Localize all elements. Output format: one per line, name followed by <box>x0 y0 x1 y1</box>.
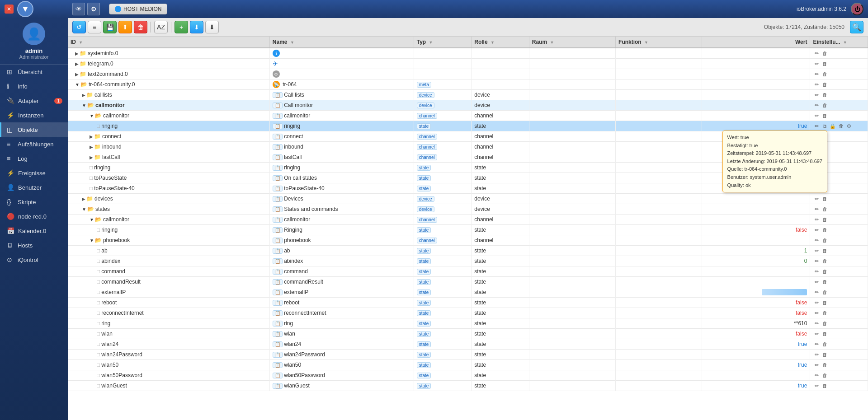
delete-icon[interactable]: 🗑 <box>821 247 828 254</box>
edit-icon[interactable]: ✏ <box>813 205 820 213</box>
edit-icon[interactable]: ✏ <box>813 309 820 317</box>
delete-icon[interactable]: 🗑 <box>821 237 828 244</box>
delete-icon[interactable]: 🗑 <box>821 50 828 57</box>
list-button[interactable]: ≡ <box>88 21 101 33</box>
delete-icon[interactable]: 🗑 <box>821 257 828 265</box>
table-row[interactable]: □ringing 📋 Ringing state state false ✏🗑 <box>68 225 868 235</box>
table-row[interactable]: □externalIP 📋 externalIP state state ✏🗑 <box>68 287 868 298</box>
delete-icon[interactable]: 🗑 <box>821 309 828 317</box>
table-row[interactable]: □wlan50Password 📋 wlan50Password state s… <box>68 370 868 381</box>
edit-icon[interactable]: ✏ <box>813 289 820 296</box>
table-row[interactable]: □wlan24Password 📋 wlan24Password state s… <box>68 350 868 360</box>
table-row[interactable]: □ringing 📋 ringing state state true ✏ ⧉ … <box>68 121 868 131</box>
edit-icon[interactable]: ✏ <box>813 320 820 327</box>
col-header-typ[interactable]: Typ ▼ <box>414 37 472 48</box>
host-button[interactable]: HOST MEDION <box>109 4 167 14</box>
table-row[interactable]: □ab 📋 ab state state 1 ✏🗑 <box>68 246 868 256</box>
edit-icon[interactable]: ✏ <box>813 382 820 389</box>
edit-icon[interactable]: ✏ <box>813 216 820 223</box>
sidebar-item-hosts[interactable]: 🖥 Hosts <box>0 238 68 252</box>
settings-icon[interactable]: ⚙ <box>845 122 853 130</box>
power-button[interactable]: ⏻ <box>851 3 863 15</box>
edit-icon[interactable]: ✏ <box>813 257 820 265</box>
delete-icon[interactable]: 🗑 <box>821 70 828 78</box>
delete-icon[interactable]: 🗑 <box>821 112 828 119</box>
sidebar-item-node-red[interactable]: 🔴 node-red.0 <box>0 209 68 224</box>
edit-icon[interactable]: ✏ <box>813 341 820 348</box>
table-row[interactable]: □command 📋 command state state ✏🗑 <box>68 266 868 277</box>
edit-icon[interactable]: ✏ <box>813 122 820 130</box>
edit-icon[interactable]: ✏ <box>813 299 820 306</box>
table-row[interactable]: ▶📁text2command.0 ⚙ ✏🗑 <box>68 69 868 79</box>
delete-icon[interactable]: 🗑 <box>821 268 828 275</box>
search-button[interactable]: 🔍 <box>850 21 863 33</box>
edit-icon[interactable]: ✏ <box>813 112 820 119</box>
table-row[interactable]: ▼📂callmonitor 📋 Call monitor device devi… <box>68 100 868 111</box>
edit-icon[interactable]: ✏ <box>813 247 820 254</box>
delete-icon[interactable]: 🗑 <box>821 91 828 98</box>
edit-icon[interactable]: ✏ <box>813 70 820 78</box>
edit-icon[interactable]: ✏ <box>813 226 820 233</box>
edit-icon[interactable]: ✏ <box>813 351 820 358</box>
table-row[interactable]: ▶📁telegram.0 ✈ ✏🗑 <box>68 59 868 69</box>
close-button[interactable]: ✕ <box>5 5 14 14</box>
table-row[interactable]: □abindex 📋 abindex state state 0 ✏🗑 <box>68 256 868 266</box>
table-row[interactable]: ▼📂phonebook 📋 phonebook channel channel … <box>68 235 868 246</box>
table-row[interactable]: ▶📁systeminfo.0 ℹ ✏🗑 <box>68 48 868 59</box>
table-row[interactable]: □wlan 📋 wlan state state false ✏🗑 <box>68 329 868 339</box>
table-row[interactable]: ▼📂callmonitor 📋 callmonitor channel chan… <box>68 215 868 225</box>
delete-icon[interactable]: 🗑 <box>821 205 828 213</box>
delete-icon[interactable]: 🗑 <box>821 195 828 202</box>
sidebar-item-ereignisse[interactable]: ⚡ Ereignisse <box>0 166 68 180</box>
edit-icon[interactable]: ✏ <box>813 237 820 244</box>
delete-icon[interactable]: 🗑 <box>821 341 828 348</box>
col-header-id[interactable]: ID ▼ <box>68 37 269 48</box>
delete-icon[interactable]: 🗑 <box>821 226 828 233</box>
delete-icon[interactable]: 🗑 <box>821 289 828 296</box>
az-button[interactable]: AZ <box>154 21 168 33</box>
table-row[interactable]: □wlan24 📋 wlan24 state state true ✏🗑 <box>68 339 868 350</box>
delete-icon[interactable]: 🗑 <box>821 320 828 327</box>
import-button[interactable]: ⬆ <box>118 21 132 33</box>
edit-icon[interactable]: ✏ <box>813 268 820 275</box>
table-row[interactable]: ▶📁calllists 📋 Call lists device device ✏… <box>68 90 868 100</box>
download1-button[interactable]: ⬇ <box>190 21 203 33</box>
sidebar-item-info[interactable]: ℹ Info <box>0 79 68 93</box>
table-row[interactable]: □ring 📋 ring state state **610 ✏🗑 <box>68 318 868 329</box>
add-button[interactable]: + <box>175 21 188 33</box>
edit-icon[interactable]: ✏ <box>813 60 820 67</box>
edit-icon[interactable]: ✏ <box>813 330 820 337</box>
sidebar-item-skripte[interactable]: {} Skripte <box>0 195 68 209</box>
edit-icon[interactable]: ✏ <box>813 278 820 285</box>
col-header-einstell[interactable]: Einstellu... ▼ <box>810 37 868 48</box>
delete-icon[interactable]: 🗑 <box>821 361 828 369</box>
eye-icon-btn[interactable]: 👁 <box>72 3 85 15</box>
table-area[interactable]: ID ▼ Name ▼ Typ ▼ Rolle ▼ Raum ▼ Funktio… <box>68 37 868 420</box>
col-header-funktion[interactable]: Funktion ▼ <box>616 37 702 48</box>
delete-icon[interactable]: 🗑 <box>837 122 844 130</box>
sidebar-item-objekte[interactable]: ◫ Objekte <box>0 122 68 137</box>
edit-icon[interactable]: ✏ <box>813 372 820 379</box>
edit-icon[interactable]: ✏ <box>813 361 820 369</box>
delete-icon[interactable]: 🗑 <box>821 278 828 285</box>
download2-button[interactable]: ⬇ <box>205 21 219 33</box>
delete-icon[interactable]: 🗑 <box>821 330 828 337</box>
edit-icon[interactable]: ✏ <box>813 50 820 57</box>
col-header-name[interactable]: Name ▼ <box>269 37 414 48</box>
table-row[interactable]: □wlan50 📋 wlan50 state state true ✏🗑 <box>68 360 868 370</box>
lock-icon[interactable]: 🔒 <box>829 122 836 130</box>
sidebar-item-uebersicht[interactable]: ⊞ Übersicht <box>0 65 68 79</box>
delete-icon[interactable]: 🗑 <box>821 102 828 109</box>
table-row[interactable]: ▼📂callmonitor 📋 callmonitor channel chan… <box>68 111 868 121</box>
delete-icon[interactable]: 🗑 <box>821 372 828 379</box>
delete-icon[interactable]: 🗑 <box>821 60 828 67</box>
table-row[interactable]: □reboot 📋 reboot state state false ✏🗑 <box>68 298 868 308</box>
table-row[interactable]: □reconnectInternet 📋 reconnectInternet s… <box>68 308 868 318</box>
delete-icon[interactable]: 🗑 <box>821 299 828 306</box>
sidebar-item-log[interactable]: ≡ Log <box>0 151 68 166</box>
delete-icon[interactable]: 🗑 <box>821 216 828 223</box>
sidebar-item-aufzaehlungen[interactable]: ≡ Aufzählungen <box>0 137 68 151</box>
delete-icon[interactable]: 🗑 <box>821 81 828 88</box>
export-button[interactable]: 💾 <box>103 21 117 33</box>
sidebar-item-kalender[interactable]: 📅 Kalender.0 <box>0 224 68 238</box>
